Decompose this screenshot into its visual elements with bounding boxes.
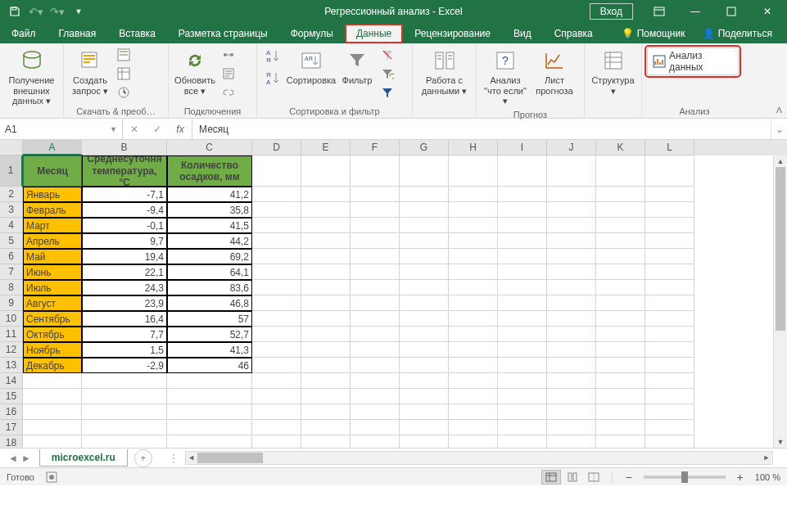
cell[interactable] (252, 233, 301, 249)
cell[interactable]: 19,4 (82, 249, 167, 264)
row-header[interactable]: 5 (0, 233, 23, 249)
cell[interactable] (596, 420, 645, 435)
cell[interactable] (301, 218, 351, 233)
cell[interactable]: Сентябрь (23, 311, 82, 327)
cell[interactable]: Ноябрь (23, 342, 82, 358)
cell[interactable] (301, 311, 351, 327)
cell[interactable]: 57 (167, 311, 252, 327)
cell[interactable] (351, 249, 400, 264)
cell[interactable] (252, 311, 301, 327)
cancel-formula-button[interactable]: ✕ (123, 124, 146, 135)
cell[interactable] (596, 249, 645, 264)
cell[interactable] (596, 389, 645, 404)
minimize-button[interactable]: ― (679, 0, 712, 23)
cell[interactable] (645, 373, 694, 389)
row-header[interactable]: 11 (0, 327, 23, 342)
cell[interactable] (449, 249, 498, 264)
cell[interactable] (167, 420, 252, 435)
tab-help[interactable]: Справка (543, 24, 604, 43)
cell[interactable] (351, 404, 400, 420)
column-header[interactable]: E (301, 140, 351, 156)
cell[interactable] (351, 435, 400, 448)
cell[interactable] (252, 280, 301, 295)
column-header[interactable]: F (351, 140, 400, 156)
cell[interactable] (301, 327, 351, 342)
cell[interactable] (596, 311, 645, 327)
cell[interactable] (547, 264, 596, 280)
cell[interactable] (645, 389, 694, 404)
scroll-up-button[interactable]: ▲ (774, 156, 787, 167)
scroll-down-button[interactable]: ▼ (774, 436, 787, 448)
cell[interactable]: Февраль (23, 202, 82, 218)
cell[interactable]: Июнь (23, 264, 82, 280)
cell[interactable] (498, 420, 547, 435)
cell[interactable] (301, 435, 351, 448)
cell[interactable]: 41,2 (167, 187, 252, 202)
properties-button[interactable] (219, 65, 237, 83)
cell[interactable] (82, 435, 167, 448)
cell[interactable] (645, 311, 694, 327)
cell[interactable] (449, 264, 498, 280)
cell[interactable] (301, 249, 351, 264)
cell[interactable] (498, 295, 547, 311)
cell[interactable]: Июль (23, 280, 82, 295)
cells-area[interactable]: МесяцСреднесуточня температура, °СКоличе… (23, 156, 694, 448)
cell[interactable]: 7,7 (82, 327, 167, 342)
cell[interactable] (301, 202, 351, 218)
maximize-button[interactable] (715, 0, 748, 23)
cell[interactable] (351, 218, 400, 233)
row-header[interactable]: 3 (0, 202, 23, 218)
cell[interactable]: 24,3 (82, 280, 167, 295)
outline-button[interactable]: Структура ▾ (590, 46, 636, 97)
cell[interactable] (351, 358, 400, 373)
cell[interactable] (400, 327, 449, 342)
cell[interactable] (498, 373, 547, 389)
tab-review[interactable]: Рецензирование (403, 24, 502, 43)
column-header[interactable]: H (449, 140, 498, 156)
cell[interactable] (400, 342, 449, 358)
cell[interactable]: Май (23, 249, 82, 264)
prev-sheet-button[interactable]: ◄ (8, 453, 18, 464)
scroll-left-button[interactable]: ◄ (186, 452, 197, 464)
cell[interactable] (547, 249, 596, 264)
column-header[interactable]: L (645, 140, 694, 156)
filter-button[interactable]: Фильтр (339, 46, 375, 88)
column-header[interactable]: B (82, 140, 167, 156)
row-header[interactable]: 14 (0, 373, 23, 389)
cell[interactable] (400, 202, 449, 218)
row-header[interactable]: 9 (0, 295, 23, 311)
cell[interactable] (596, 435, 645, 448)
cell[interactable] (498, 264, 547, 280)
recent-sources-button[interactable] (115, 83, 133, 101)
cell[interactable]: 46,8 (167, 295, 252, 311)
cell[interactable] (645, 435, 694, 448)
cell[interactable] (547, 373, 596, 389)
column-header[interactable]: J (547, 140, 596, 156)
cell[interactable] (449, 187, 498, 202)
cell[interactable] (547, 327, 596, 342)
cell[interactable] (449, 233, 498, 249)
cell[interactable]: 46 (167, 358, 252, 373)
cell[interactable] (301, 420, 351, 435)
cell[interactable] (167, 404, 252, 420)
sort-desc-button[interactable]: ЯA (262, 68, 283, 89)
redo-button[interactable]: ↷▾ (47, 2, 67, 20)
zoom-out-button[interactable]: − (622, 471, 635, 484)
row-header[interactable]: 2 (0, 187, 23, 202)
cell[interactable] (596, 264, 645, 280)
cell[interactable]: Количество осадков, мм (167, 156, 252, 187)
row-header[interactable]: 4 (0, 218, 23, 233)
cell[interactable]: 23,9 (82, 295, 167, 311)
row-header[interactable]: 10 (0, 311, 23, 327)
cell[interactable]: 52,7 (167, 327, 252, 342)
cell[interactable] (596, 327, 645, 342)
cell[interactable] (547, 233, 596, 249)
cell[interactable] (645, 327, 694, 342)
cell[interactable] (645, 420, 694, 435)
cell[interactable] (596, 187, 645, 202)
select-all-button[interactable] (0, 140, 23, 156)
reapply-button[interactable] (378, 65, 396, 83)
undo-button[interactable]: ↶▾ (26, 2, 46, 20)
save-button[interactable] (5, 2, 25, 20)
tell-me[interactable]: 💡 Помощник (615, 24, 691, 43)
